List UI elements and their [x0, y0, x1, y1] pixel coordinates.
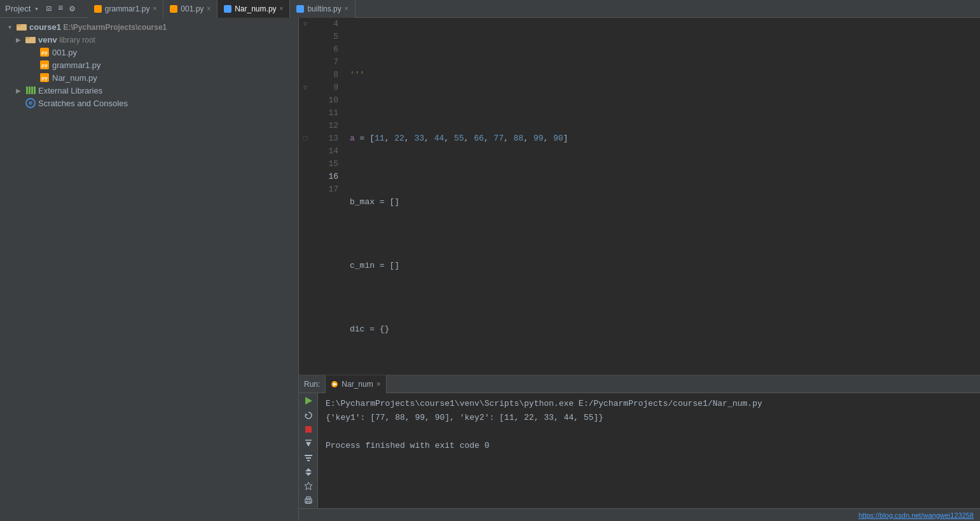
svg-rect-14: [305, 426, 312, 433]
tab-builtins[interactable]: builtins.py ×: [290, 0, 355, 18]
linenum-11: 11: [312, 107, 343, 120]
gutter-8: [299, 69, 312, 81]
linenum-10: 10: [312, 94, 343, 107]
svg-rect-25: [307, 501, 310, 503]
project-dropdown-arrow[interactable]: ▾: [34, 5, 38, 13]
project-selector[interactable]: Project ▾: [5, 4, 39, 13]
run-settings-button[interactable]: [301, 453, 315, 463]
run-tab-nar[interactable]: Nar_num ×: [325, 375, 386, 393]
library-icon: [25, 85, 36, 95]
gutter-14: [299, 145, 312, 158]
tree-item-venv[interactable]: ▶ venv library root: [0, 33, 298, 46]
code-line-8: dic = {}: [350, 323, 980, 336]
editor-tabs: grammar1.py × 001.py × Nar_num.py × buil…: [88, 0, 975, 18]
gutter-9: ▽: [299, 81, 312, 94]
svg-rect-1: [17, 24, 21, 26]
linenum-9: 9: [312, 81, 343, 94]
scratch-icon: [25, 98, 36, 108]
run-content: E:\PycharmProjects\course1\venv\Scripts\…: [299, 393, 980, 508]
linenum-14: 14: [312, 145, 343, 158]
svg-rect-18: [306, 457, 311, 459]
gutter-12: [299, 120, 312, 132]
tab-grammar1-close[interactable]: ×: [153, 5, 156, 12]
run-command-text: E:\PycharmProjects\course1\venv\Scripts\…: [326, 399, 763, 408]
run-output: E:\PycharmProjects\course1\venv\Scripts\…: [318, 393, 980, 508]
tree-item-scratches[interactable]: Scratches and Consoles: [0, 97, 298, 109]
run-tab-icon: [331, 380, 338, 388]
linenum-8: 8: [312, 69, 343, 81]
tab-nar-num-close[interactable]: ×: [280, 5, 284, 12]
gutter-5: [299, 31, 312, 43]
status-url[interactable]: https://blog.csdn.net/wangwei123258: [859, 511, 974, 519]
folder-icon-course1: [17, 22, 27, 32]
tree-item-nar-num[interactable]: py Nar_num.py: [0, 71, 298, 84]
run-tab-close[interactable]: ×: [376, 380, 381, 389]
tree-label-scratches: Scratches and Consoles: [38, 99, 128, 108]
linenum-5: 5: [312, 31, 343, 43]
tree-arrow-venv: ▶: [14, 36, 23, 43]
tab-nar-num[interactable]: Nar_num.py ×: [217, 0, 290, 18]
svg-rect-24: [307, 497, 310, 499]
bookmark-icon[interactable]: ⊡: [46, 3, 52, 14]
top-bar: Project ▾ ⊡ ≡ ⚙ grammar1.py × 001.py × N…: [0, 0, 980, 18]
tree-label-venv: venv library root: [38, 35, 95, 45]
run-sort-button[interactable]: [301, 467, 315, 477]
run-output-line3: Process finished with exit code 0: [326, 439, 972, 453]
settings-icon[interactable]: ⚙: [69, 3, 74, 14]
tree-label-grammar1: grammar1.py: [52, 60, 101, 70]
tree-item-001[interactable]: py 001.py: [0, 46, 298, 59]
tree-item-ext-libraries[interactable]: ▶ External Libraries: [0, 84, 298, 97]
linenum-17: 17: [312, 183, 343, 196]
run-rerun-button[interactable]: [301, 410, 315, 420]
tree-arrow-course1: ▾: [5, 24, 14, 31]
code-editor[interactable]: ▽ ▽ □ 4 5 6 7 8: [299, 18, 980, 375]
run-print-button[interactable]: [301, 496, 315, 506]
svg-rect-3: [25, 37, 30, 39]
svg-marker-20: [305, 468, 312, 471]
run-play-button[interactable]: [301, 396, 315, 406]
run-stop-button[interactable]: [301, 424, 315, 434]
gutter-7: [299, 56, 312, 69]
svg-rect-17: [305, 455, 312, 456]
tab-nar-num-icon: [224, 5, 231, 13]
tab-nar-num-label: Nar_num.py: [235, 4, 276, 13]
svg-point-9: [29, 101, 32, 105]
gutter-15: [299, 158, 312, 170]
linenum-12: 12: [312, 120, 343, 132]
tab-builtins-icon: [296, 5, 304, 13]
tree-label-course1: course1 E:\PycharmProjects\course1: [29, 22, 167, 32]
tree-arrow-ext: ▶: [14, 87, 23, 94]
toolbar-icons: ⊡ ≡ ⚙: [46, 3, 75, 14]
linenum-13: 13: [312, 132, 343, 145]
run-scroll-down-button[interactable]: [301, 438, 315, 448]
run-panel: Run: Nar_num ×: [299, 375, 980, 508]
run-label: Run:: [304, 380, 320, 389]
tree-spacer-001: [28, 49, 37, 56]
svg-rect-4: [26, 87, 28, 94]
code-line-7: c_min = []: [350, 260, 980, 272]
gutter-4: ▽: [299, 18, 312, 31]
gutter: ▽ ▽ □: [299, 18, 312, 375]
layout-icon[interactable]: ≡: [58, 3, 63, 14]
tab-builtins-close[interactable]: ×: [345, 5, 349, 12]
code-line-6: b_max = []: [350, 196, 980, 209]
run-output-line1: {'key1': [77, 88, 99, 90], 'key2': [11, …: [326, 411, 972, 425]
tab-grammar1[interactable]: grammar1.py ×: [88, 0, 164, 18]
gutter-17: [299, 183, 312, 196]
run-tabs-bar: Run: Nar_num ×: [299, 375, 980, 393]
code-lines[interactable]: ''' a = [ 11, 22, 33, 44, 55, 66, 77, 88…: [343, 18, 980, 375]
tab-grammar1-label: grammar1.py: [105, 4, 150, 13]
tree-spacer-nar: [28, 74, 37, 81]
run-pin-button[interactable]: [301, 481, 315, 491]
tree-item-course1[interactable]: ▾ course1 E:\PycharmProjects\course1: [0, 20, 298, 33]
svg-marker-16: [306, 442, 311, 447]
tab-001-close[interactable]: ×: [207, 5, 210, 12]
tree-item-grammar1[interactable]: py grammar1.py: [0, 59, 298, 71]
code-line-4: ''': [350, 69, 980, 81]
svg-rect-5: [29, 87, 31, 94]
linenum-4: 4: [312, 18, 343, 31]
svg-rect-6: [31, 87, 33, 94]
tree-label-nar: Nar_num.py: [52, 73, 97, 83]
svg-rect-19: [307, 460, 310, 461]
tab-001[interactable]: 001.py ×: [163, 0, 217, 18]
